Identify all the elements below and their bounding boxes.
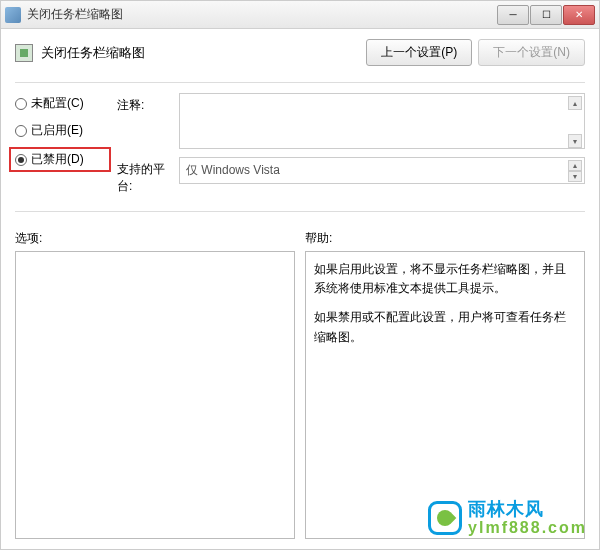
minimize-button[interactable]: ─ [497,5,529,25]
window-controls: ─ ☐ ✕ [496,5,595,25]
spin-up-icon[interactable]: ▴ [568,160,582,171]
help-label: 帮助: [305,230,585,247]
lower-section: 选项: 帮助: 如果启用此设置，将不显示任务栏缩略图，并且系统将使用标准文本提供… [15,230,585,539]
radio-label: 已禁用(D) [31,151,84,168]
help-paragraph: 如果禁用或不配置此设置，用户将可查看任务栏缩略图。 [314,308,576,346]
comment-input[interactable]: ▴ ▾ [179,93,585,149]
platform-row: 支持的平台: 仅 Windows Vista ▴ ▾ [117,157,585,195]
radio-label: 已启用(E) [31,122,83,139]
platform-label: 支持的平台: [117,157,179,195]
maximize-button[interactable]: ☐ [530,5,562,25]
help-panel: 帮助: 如果启用此设置，将不显示任务栏缩略图，并且系统将使用标准文本提供工具提示… [305,230,585,539]
watermark-url: ylmf888.com [468,519,587,537]
fields-column: 注释: ▴ ▾ 支持的平台: 仅 Windows Vista ▴ ▾ [117,93,585,203]
config-area: 未配置(C) 已启用(E) 已禁用(D) 注释: ▴ ▾ [15,93,585,203]
previous-setting-button[interactable]: 上一个设置(P) [366,39,472,66]
spin-buttons: ▴ ▾ [568,96,582,148]
highlight-annotation: 已禁用(D) [9,147,111,172]
spin-buttons: ▴ ▾ [568,160,582,181]
radio-enabled[interactable]: 已启用(E) [15,122,105,139]
radio-not-configured[interactable]: 未配置(C) [15,95,105,112]
nav-buttons: 上一个设置(P) 下一个设置(N) [366,39,585,66]
watermark: 雨林木风 ylmf888.com [428,500,587,537]
policy-title: 关闭任务栏缩略图 [41,44,366,62]
spin-down-icon[interactable]: ▾ [568,134,582,148]
divider [15,211,585,212]
platform-value: 仅 Windows Vista [186,163,280,177]
header-row: 关闭任务栏缩略图 上一个设置(P) 下一个设置(N) [15,39,585,66]
watermark-logo-icon [428,501,462,535]
app-icon [5,7,21,23]
help-paragraph: 如果启用此设置，将不显示任务栏缩略图，并且系统将使用标准文本提供工具提示。 [314,260,576,298]
radio-dot-icon [15,154,27,166]
spin-up-icon[interactable]: ▴ [568,96,582,110]
options-box [15,251,295,539]
policy-icon [15,44,33,62]
platform-box: 仅 Windows Vista ▴ ▾ [179,157,585,184]
options-label: 选项: [15,230,295,247]
radio-dot-icon [15,98,27,110]
next-setting-button: 下一个设置(N) [478,39,585,66]
help-box: 如果启用此设置，将不显示任务栏缩略图，并且系统将使用标准文本提供工具提示。 如果… [305,251,585,539]
comment-row: 注释: ▴ ▾ [117,93,585,149]
leaf-icon [434,507,457,530]
options-panel: 选项: [15,230,295,539]
radio-dot-icon [15,125,27,137]
radio-disabled[interactable]: 已禁用(D) [15,151,105,168]
titlebar: 关闭任务栏缩略图 ─ ☐ ✕ [1,1,599,29]
spin-down-icon[interactable]: ▾ [568,171,582,182]
watermark-brand: 雨林木风 [468,500,587,520]
content-area: 关闭任务栏缩略图 上一个设置(P) 下一个设置(N) 未配置(C) 已启用(E)… [1,29,599,549]
divider [15,82,585,83]
window-title: 关闭任务栏缩略图 [27,6,496,23]
comment-label: 注释: [117,93,179,114]
radio-column: 未配置(C) 已启用(E) 已禁用(D) [15,93,105,203]
close-button[interactable]: ✕ [563,5,595,25]
watermark-text: 雨林木风 ylmf888.com [468,500,587,537]
radio-label: 未配置(C) [31,95,84,112]
